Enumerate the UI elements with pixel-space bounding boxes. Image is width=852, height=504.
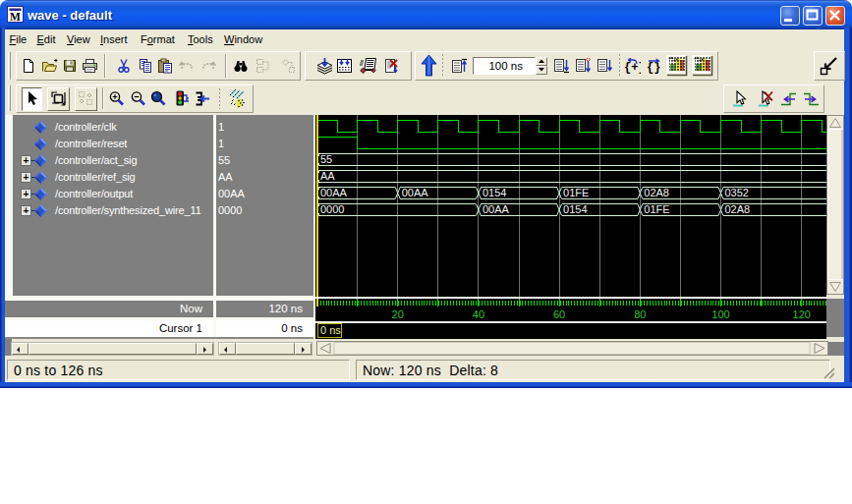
svg-text:40: 40 bbox=[473, 308, 484, 320]
svg-text:0154: 0154 bbox=[483, 187, 506, 198]
svg-text:{}: {} bbox=[647, 61, 660, 74]
svg-text:0000: 0000 bbox=[320, 203, 344, 215]
svg-text:{+}: {+} bbox=[624, 61, 641, 74]
svg-text:80: 80 bbox=[634, 308, 646, 320]
svg-text:0154: 0154 bbox=[563, 203, 587, 215]
svg-text:100: 100 bbox=[711, 308, 729, 320]
svg-text:02A8: 02A8 bbox=[644, 187, 669, 198]
svg-text:120: 120 bbox=[793, 308, 811, 320]
svg-text:20: 20 bbox=[392, 308, 404, 320]
svg-text:M: M bbox=[10, 11, 21, 23]
svg-text:60: 60 bbox=[553, 308, 565, 320]
svg-text:00AA: 00AA bbox=[483, 203, 510, 215]
svg-text:01FE: 01FE bbox=[644, 203, 669, 215]
svg-text:01FE: 01FE bbox=[563, 187, 589, 198]
svg-text:00AA: 00AA bbox=[402, 187, 429, 198]
svg-text:0352: 0352 bbox=[725, 187, 749, 198]
svg-text:55: 55 bbox=[320, 153, 332, 165]
svg-text:00AA: 00AA bbox=[320, 187, 348, 198]
svg-text:02A8: 02A8 bbox=[725, 203, 751, 215]
svg-text:AA: AA bbox=[320, 170, 335, 182]
